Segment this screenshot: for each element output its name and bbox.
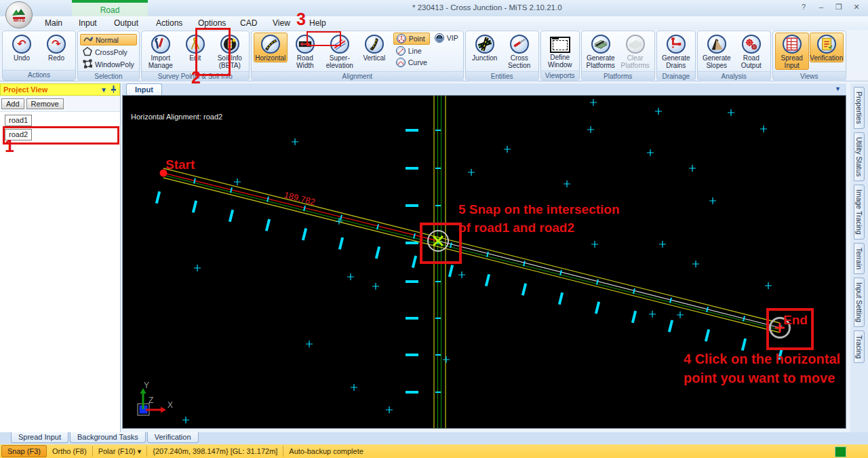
annotation-box-point [307, 31, 341, 46]
import-manage-button[interactable]: Import Manage [144, 33, 178, 70]
annotation-step4-line2: point you want to move [684, 370, 835, 386]
clear-platforms-button: Clear Platforms [618, 33, 652, 70]
cross-section-icon [510, 35, 529, 54]
bottom-tab-spread-input[interactable]: Spread Input [11, 432, 68, 443]
annotation-step3: 3 [296, 9, 306, 29]
redo-button[interactable]: ↷Redo [39, 33, 73, 62]
menu-tab-help[interactable]: Help [307, 18, 329, 28]
verification-button[interactable]: Verification [810, 33, 844, 62]
spread-input-button[interactable]: Spread Input [775, 33, 809, 70]
bottom-tab-background-tasks[interactable]: Background Tasks [70, 432, 146, 443]
vertical-button[interactable]: Vertical [357, 33, 391, 62]
line-label: Line [408, 47, 422, 55]
contextual-tab-accent [72, 0, 148, 3]
project-view-title: Project View [3, 85, 97, 94]
dock-tab-input-setting[interactable]: Input Setting [854, 278, 865, 327]
point-label: Point [409, 35, 425, 43]
bottom-dock-tabs: Spread InputBackground TasksVerification [0, 432, 868, 444]
road-output-button[interactable]: Road Output [734, 33, 768, 70]
distance-label: 189.782 [283, 189, 316, 207]
status-message: Auto-backup complete [283, 446, 368, 457]
menu-tab-main[interactable]: Main [42, 18, 65, 28]
start-point-label: Start [165, 157, 195, 172]
curve-icon [396, 58, 406, 67]
ribbon-group-platforms: Generate PlatformsClear PlatformsPlatfor… [581, 31, 655, 81]
menu-tab-view[interactable]: View [270, 18, 293, 28]
generate-drains-button[interactable]: Generate Drains [659, 33, 693, 70]
svg-text:MiTS: MiTS [14, 18, 25, 22]
tools-icon [151, 35, 170, 54]
option-point[interactable]: Point [393, 33, 430, 45]
ribbon-group-label: Actions [3, 70, 75, 80]
undo-button[interactable]: ↶Undo [5, 33, 39, 62]
generate-platforms-button[interactable]: Generate Platforms [584, 33, 618, 70]
option-vip[interactable]: VIP [432, 33, 461, 43]
snap-toggle[interactable]: Snap (F3) [1, 445, 47, 457]
vip-label: VIP [447, 34, 458, 42]
project-item-road1[interactable]: road1 [0, 112, 120, 126]
minimize-button[interactable]: – [814, 3, 829, 14]
ribbon-group-label: Selection [78, 71, 139, 81]
status-bar: Snap (F3) Ortho (F8) Polar (F10) ▾ {207.… [0, 444, 868, 458]
junction-icon [475, 35, 494, 54]
close-button[interactable]: ✕ [849, 3, 864, 14]
tabstrip-dropdown-icon[interactable]: ▼ [835, 85, 841, 92]
curve-label: Curve [408, 58, 427, 66]
panel-collapse-icon[interactable]: ▼ [100, 86, 107, 94]
tab-input[interactable]: Input [126, 83, 162, 96]
option-line[interactable]: Line [393, 45, 430, 56]
menu-tab-output[interactable]: Output [111, 18, 141, 28]
application-window: * 230413 - Cross Junction - MiTS 2.10.21… [0, 0, 868, 458]
line-icon [396, 46, 406, 56]
bottom-tab-verification[interactable]: Verification [147, 432, 199, 443]
junction-button[interactable]: Junction [468, 33, 502, 62]
spread-input-icon [783, 35, 802, 54]
polar-dropdown-icon[interactable]: ▾ [138, 447, 142, 455]
polar-toggle[interactable]: Polar (F10) ▾ [93, 446, 148, 457]
canvas-tab-strip: Input ▼ [122, 83, 846, 95]
redo-arrow-icon: ↷ [47, 35, 66, 54]
selection-mode-normal[interactable]: Normal [80, 34, 137, 45]
project-view-toolbar: Add Remove [0, 96, 120, 112]
crosspoly-label: CrossPoly [95, 48, 127, 56]
ribbon-group-viewports: Define WindowViewports [540, 31, 580, 81]
normal-label: Normal [96, 36, 119, 44]
selection-mode-crosspoly[interactable]: CrossPoly [80, 46, 137, 58]
ribbon-group-label: Entities [466, 71, 538, 81]
dock-tab-terrain[interactable]: Terrain [854, 243, 865, 274]
help-button[interactable]: ? [796, 3, 811, 14]
dock-tab-properties[interactable]: Properties [854, 87, 865, 129]
add-button[interactable]: Add [1, 98, 24, 109]
annotation-step4-line1: 4 Click on the horizontal [684, 351, 840, 367]
generate-slopes-button[interactable]: Generate Slopes [700, 33, 734, 70]
point-icon [397, 34, 406, 43]
road-horizontal-icon [261, 35, 280, 54]
menu-tab-cad[interactable]: CAD [237, 18, 260, 28]
ribbon-group-drainage: Generate DrainsDrainage [656, 31, 696, 81]
dock-tab-image-tracing[interactable]: Image Tracing [854, 185, 865, 240]
cross-section-button[interactable]: Cross Section [502, 33, 536, 70]
cursor-coordinates: {207.240m, 398.147m} [GL: 31.172m] [147, 446, 283, 457]
ribbon-group-label: Platforms [582, 71, 654, 81]
remove-button[interactable]: Remove [26, 98, 64, 109]
ortho-toggle[interactable]: Ortho (F8) [47, 446, 93, 457]
annotation-step2: 2 [191, 68, 201, 88]
menu-tab-input[interactable]: Input [76, 18, 100, 28]
polar-label: Polar (F10) [98, 447, 136, 455]
annotation-box-road2 [3, 126, 119, 145]
panel-pin-icon[interactable] [111, 85, 117, 94]
horizontal-button[interactable]: Horizontal [254, 33, 288, 62]
dock-tab-tracing[interactable]: Tracing [854, 330, 865, 364]
option-curve[interactable]: Curve [393, 57, 430, 68]
menu-tab-options[interactable]: Options [195, 18, 229, 28]
define-window-button[interactable]: Define Window [543, 33, 577, 69]
selection-mode-windowpoly[interactable]: WindowPoly [80, 58, 137, 70]
mits-logo[interactable]: MiTS [5, 1, 33, 28]
generate-slopes-icon [707, 35, 726, 54]
generate-platforms-icon [591, 35, 610, 54]
menu-tab-actions[interactable]: Actions [153, 18, 185, 28]
restore-button[interactable]: ❐ [831, 3, 846, 14]
canvas-heading: Horizontal Alignment: road2 [131, 113, 222, 121]
dock-tab-utility-status[interactable]: Utility Status [854, 132, 865, 181]
svg-text:Y: Y [144, 381, 149, 390]
